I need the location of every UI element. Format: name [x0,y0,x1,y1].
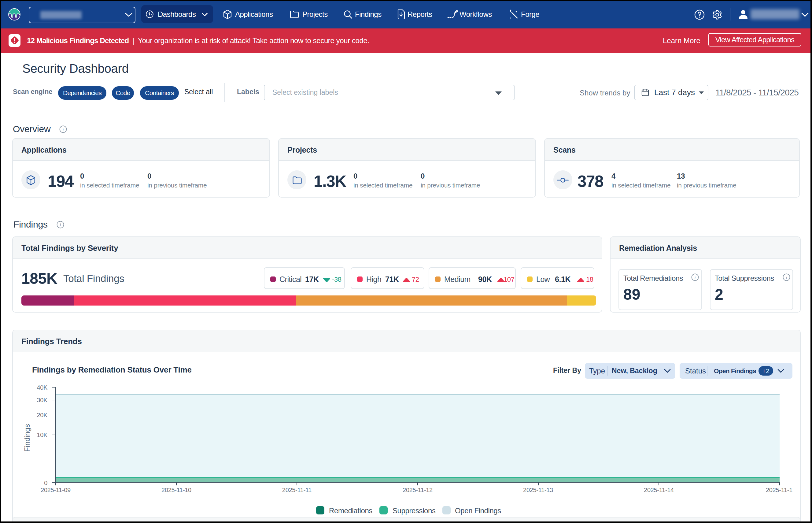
svg-text:i: i [786,275,787,280]
svg-text:i: i [62,127,63,132]
svg-text:i: i [694,275,696,280]
svg-text:i: i [60,222,61,227]
